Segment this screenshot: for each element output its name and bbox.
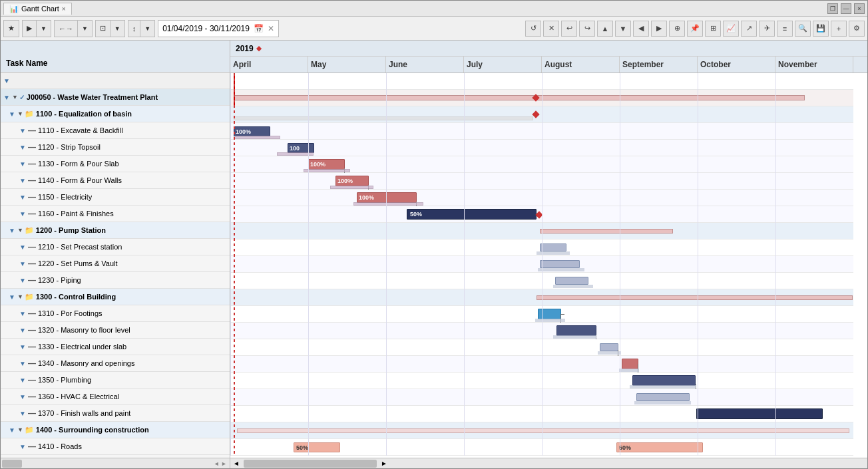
gantt-body[interactable]: 100% 100 100% [230,73,867,458]
tab-close-button[interactable]: × [62,5,66,13]
send-button[interactable]: ✈ [759,21,775,37]
task-row-1350[interactable]: ▼ — 1350 - Plumbing [1,372,230,389]
restore-button[interactable]: ❐ [827,3,838,14]
task-row-1330[interactable]: ▼ — 1330 - Electrical under slab [1,339,230,355]
star-button[interactable]: ★ [4,21,19,37]
expand-1300[interactable]: ▼ [17,293,23,300]
task-row-1340[interactable]: ▼ — 1340 - Masonry and openings [1,355,230,372]
undo-button[interactable]: ↩ [561,21,577,37]
play-dropdown[interactable]: ▼ [37,21,51,37]
bar-1330[interactable] [600,343,618,351]
prev-button[interactable]: ◀ [633,21,649,37]
settings-button[interactable]: ⚙ [849,21,865,37]
sort-button[interactable]: ↕ [128,21,140,37]
link-button[interactable]: ⊕ [669,21,685,37]
filter-icon-1110: ▼ [19,127,26,134]
up-button[interactable]: ▲ [597,21,613,37]
expand-1400[interactable]: ▼ [17,426,23,433]
title-tab[interactable]: 📊 Gantt Chart × [3,3,72,15]
arrow-button[interactable]: ←→ [55,21,77,37]
bar-1340[interactable] [622,359,638,369]
task-row-1400[interactable]: ▼ ▼ 📁 1400 - Surrounding construction [1,422,230,438]
task-row-1100[interactable]: ▼ ▼ 📁 1100 - Equalization of basin [1,106,230,122]
dash-1410: — [28,442,36,451]
screen-dropdown[interactable]: ▼ [110,21,124,37]
refresh-button[interactable]: ↺ [525,21,541,37]
task-row-1200[interactable]: ▼ ▼ 📁 1200 - Pump Station [1,222,230,239]
bar-1370[interactable] [696,408,823,419]
task-row-1310[interactable]: ▼ — 1310 - Por Footings [1,305,230,322]
task-row-1150[interactable]: ▼ — 1150 - Electricity [1,189,230,206]
bar-1110[interactable]: 100% [234,126,270,136]
task-row-1140[interactable]: ▼ — 1140 - Form & Pour Walls [1,172,230,189]
bar-1130[interactable]: 100% [308,159,345,170]
expand-1100[interactable]: ▼ [17,110,23,117]
bar-J00050[interactable] [234,95,805,100]
bar-1350[interactable] [632,375,696,386]
scrollbar-thumb[interactable] [244,460,377,468]
bar-1120[interactable]: 100 [288,143,314,153]
scroll-left-btn[interactable]: ◄ [230,460,242,467]
task-row-1410[interactable]: ▼ — 1410 - Roads [1,438,230,455]
save-button[interactable]: 💾 [813,21,829,37]
filter-icon[interactable]: ▼ [3,77,10,84]
search-button[interactable]: 🔍 [795,21,811,37]
task-row-1120[interactable]: ▼ — 1120 - Strip Topsoil [1,139,230,156]
scroll-right-btn[interactable]: ► [378,460,390,467]
expand-1200[interactable]: ▼ [17,227,23,234]
main-area: Task Name ▼ ▼ ▼ ✓ J00050 - Waste Water T… [1,41,867,468]
task-row-1370[interactable]: ▼ — 1370 - Finish walls and paint [1,405,230,422]
task-row-J00050[interactable]: ▼ ▼ ✓ J00050 - Waste Water Treatment Pla… [1,89,230,106]
redo-button[interactable]: ↪ [579,21,595,37]
toolbar-group-1: ★ [3,20,19,37]
left-scrollbar[interactable]: ◄ ► [1,458,230,468]
gantt-row-1410: 50% 50% [230,439,853,456]
gantt-scrollbar-h[interactable]: ◄ ► [230,458,867,468]
close-button[interactable]: × [854,3,865,14]
grid-button[interactable]: ⊞ [705,21,721,37]
bar-1140[interactable]: 100% [335,176,369,186]
task-row-1360[interactable]: ▼ — 1360 - HVAC & Electrical [1,389,230,405]
dash-1120: — [28,142,36,152]
list-button[interactable]: ≡ [777,21,793,37]
export-button[interactable]: ↗ [741,21,757,37]
task-row-1230[interactable]: ▼ — 1230 - Piping [1,272,230,289]
task-row-1320[interactable]: ▼ — 1320 - Masonry to floor level [1,322,230,339]
filter-icon-1220: ▼ [19,260,26,267]
bar-1230[interactable] [555,277,588,285]
down-button[interactable]: ▼ [615,21,631,37]
task-row-1220[interactable]: ▼ — 1220 - Set Pums & Vault [1,255,230,272]
progress-1130: 100% [310,161,326,168]
bar-1210[interactable] [540,243,566,251]
baseline-1120 [277,152,314,156]
play-button[interactable]: ▶ [23,21,36,37]
expand-J00050[interactable]: ▼ [12,94,18,100]
screen-button[interactable]: ⊡ [96,21,110,37]
cancel-button[interactable]: ✕ [543,21,559,37]
pin-button[interactable]: 📌 [687,21,703,37]
year-label: 2019 [236,44,254,53]
arrow-dropdown[interactable]: ▼ [78,21,92,37]
chart-button[interactable]: 📈 [723,21,739,37]
bar-1160[interactable]: 50% [407,209,537,220]
bar-1410-early[interactable]: 50% [294,442,340,452]
month-row: April May June July August September Oct… [230,57,867,73]
task-row-1210[interactable]: ▼ — 1210 - Set Precast station [1,239,230,255]
minimize-button[interactable]: — [841,3,851,14]
bar-1410-late[interactable]: 50% [616,442,703,452]
bar-1150[interactable]: 100% [357,192,417,203]
task-row-1160[interactable]: ▼ — 1160 - Paint & Finishes [1,206,230,222]
bar-1310[interactable] [538,309,561,319]
bar-1320[interactable] [556,325,596,336]
task-label-1410: 1410 - Roads [38,442,82,450]
task-row-1130[interactable]: ▼ — 1130 - Form & Pour Slab [1,156,230,172]
clear-date-icon[interactable]: ✕ [268,24,274,33]
bar-1220[interactable] [540,260,580,268]
task-row-1110[interactable]: ▼ — 1110 - Excavate & Backfill [1,122,230,139]
add-button[interactable]: + [831,21,847,37]
next-button[interactable]: ▶ [651,21,667,37]
sort-dropdown[interactable]: ▼ [140,21,154,37]
task-row-1300[interactable]: ▼ ▼ 📁 1300 - Control Building [1,289,230,305]
bar-1360[interactable] [636,393,690,401]
calendar-icon[interactable]: 📅 [254,24,264,33]
